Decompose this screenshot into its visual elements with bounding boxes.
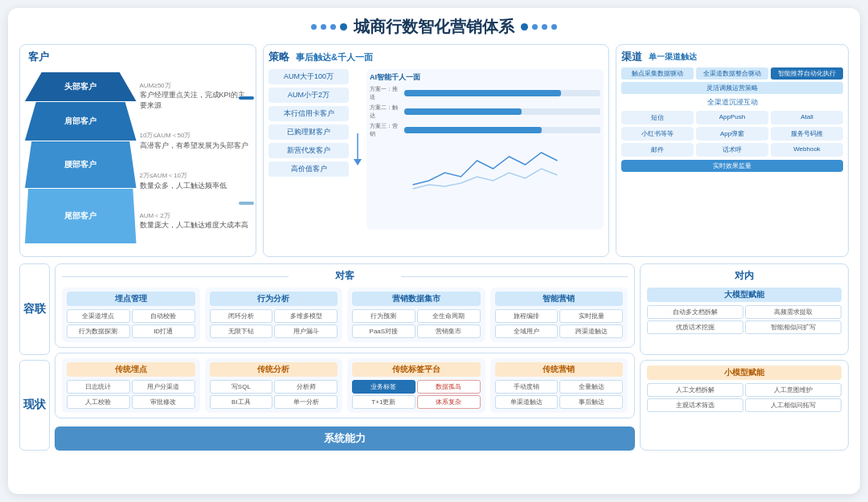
badge-focus: 重点关注 xyxy=(239,96,254,100)
trad-tag-1-0: 写SQL xyxy=(210,380,273,394)
trad-tag-2-3: 体系复杂 xyxy=(417,395,481,409)
trad-tag-3-2: 单渠道触达 xyxy=(495,395,559,409)
trad-tags-0: 日志统计 用户分渠道 人工校验 审批修改 xyxy=(67,380,195,409)
tag-3-3: 跨渠道触达 xyxy=(559,324,623,338)
trad-module-0: 传统埋点 日志统计 用户分渠道 人工校验 审批修改 xyxy=(62,358,200,413)
strategy-sub: 事后触达&千人一面 xyxy=(296,51,373,63)
ch-item-2: Atall xyxy=(771,111,843,124)
label-ronglian: 容联 xyxy=(19,263,50,355)
trad-tag-0-3: 审批修改 xyxy=(132,395,195,409)
left-label-col: 容联 现状 xyxy=(19,263,50,451)
trad-tag-1-1: 分析师 xyxy=(274,380,338,394)
strategy-left: AUM大于100万 AUM小于2万 本行信用卡客户 已购理财客户 新营代发客户 … xyxy=(268,69,349,230)
tag-1-0: 闭环分析 xyxy=(210,309,273,323)
tag-2-2: PaaS对接 xyxy=(352,324,416,338)
arrow-icon xyxy=(354,69,362,230)
dui-nei-title: 对内 xyxy=(647,269,841,283)
flow-row-1: 触点采集数据驱动 全渠道数据整合驱动 智能推荐自动化执行 xyxy=(621,67,843,80)
side-labels: 重点关注 很少关注 xyxy=(239,45,254,256)
tag-0-2: 行为数据探测 xyxy=(67,324,130,338)
dot xyxy=(532,24,538,30)
tag-2-1: 全生命周期 xyxy=(417,309,481,323)
trad-title-3: 传统营销 xyxy=(495,362,624,377)
trad-title-1: 传统分析 xyxy=(210,362,338,377)
tag-0-0: 全渠道埋点 xyxy=(67,309,130,323)
trad-tag-3-3: 事后触达 xyxy=(559,395,623,409)
rl-module-title: 大模型赋能 xyxy=(647,288,841,302)
chart-area xyxy=(370,145,600,193)
trad-tags-3: 手动度销 全量触达 单渠道触达 事后触达 xyxy=(495,380,624,409)
channel-sub: 单一渠道触达 xyxy=(649,51,697,63)
system-bar: 系统能力 xyxy=(55,426,635,451)
bar-fill-0 xyxy=(404,90,561,96)
dot xyxy=(330,24,336,30)
pyramid-desc: AUM≥50万 客户经理重点关注，完成KPI的主要来源 10万≤AUM＜50万 … xyxy=(140,67,252,244)
bar-track-2 xyxy=(404,127,600,133)
pyramid-seg3: 腰部客户 xyxy=(25,141,137,188)
trad-title-0: 传统埋点 xyxy=(67,362,195,377)
label-xianzhuang: 现状 xyxy=(19,360,50,451)
pyramid-seg4: 尾部客户 xyxy=(25,189,137,243)
ch-item-3: 小红书等等 xyxy=(621,127,694,141)
tag-1-3: 用户漏斗 xyxy=(274,324,338,338)
desc-item-3: AUM＜2万 数量庞大，人工触达难度大成本高 xyxy=(140,211,252,231)
dot xyxy=(551,24,557,30)
trad-tag-3-1: 全量触达 xyxy=(559,380,623,394)
trad-module-3: 传统营销 手动度销 全量触达 单渠道触达 事后触达 xyxy=(490,358,628,413)
tag-2-0: 行为预测 xyxy=(352,309,416,323)
trad-right-tags: 人工文档拆解 人工意图维护 主观话术筛选 人工相似问拓写 xyxy=(647,383,841,412)
strategy-label: 灵活调频运营策略 xyxy=(621,82,843,94)
trad-rt-1: 人工意图维护 xyxy=(745,383,841,397)
rl-tag-3: 智能相似问扩写 xyxy=(745,320,841,334)
main-container: 城商行数智化营销体系 客户 头部客户 肩部客户 腰部客户 xyxy=(8,8,860,494)
rl-tag-0: 自动多文档拆解 xyxy=(647,305,743,319)
top-section: 客户 头部客户 肩部客户 腰部客户 尾部客户 xyxy=(19,44,849,257)
trad-tag-0-0: 日志统计 xyxy=(67,380,130,394)
trad-rt-2: 主观话术筛选 xyxy=(647,398,743,412)
trad-tag-2-0: 业务标签 xyxy=(352,380,416,394)
mod-tags-2: 行为预测 全生命周期 PaaS对接 营销集市 xyxy=(352,309,481,338)
strategy-item-4: 新营代发客户 xyxy=(268,143,349,158)
customer-title: 客户 xyxy=(25,50,251,64)
trad-tag-2-1: 数据孤岛 xyxy=(417,380,481,394)
traditional-section: 传统埋点 日志统计 用户分渠道 人工校验 审批修改 传统分析 写SQL 分析师 xyxy=(55,353,635,418)
bar-row-1: 方案二：触达 xyxy=(370,104,600,120)
mod-title-3: 智能营销 xyxy=(495,292,624,306)
dui-nei-rl-section: 对内 大模型赋能 自动多文档拆解 高频需求提取 优质话术挖掘 智能相似问扩写 xyxy=(640,263,849,355)
title-dots-right xyxy=(521,23,557,31)
tag-1-2: 无限下钻 xyxy=(210,324,273,338)
strategy-item-0: AUM大于100万 xyxy=(268,69,349,84)
right-panel: 对内 大模型赋能 自动多文档拆解 高频需求提取 优质话术挖掘 智能相似问扩写 小… xyxy=(640,263,849,451)
strategy-item-1: AUM小于2万 xyxy=(268,88,349,103)
module-zhineng-yingxiao: 智能营销 旅程编排 实时批量 全域用户 跨渠道触达 xyxy=(490,288,628,342)
dui-nei-trad-section: 小模型赋能 人工文档拆解 人工意图维护 主观话术筛选 人工相似问拓写 xyxy=(640,360,849,451)
desc-item-0: AUM≥50万 客户经理重点关注，完成KPI的主要来源 xyxy=(140,81,252,110)
dui-ke-section: 对客 埋点管理 全渠道埋点 自动校验 行为数据探测 ID打通 行为分析 xyxy=(55,263,635,348)
svg-marker-1 xyxy=(354,159,362,165)
mod-tags-0: 全渠道埋点 自动校验 行为数据探测 ID打通 xyxy=(67,309,195,338)
channel-grid: 短信 AppPush Atall 小红书等等 App弹窗 服务号码推 邮件 话术… xyxy=(621,111,843,157)
trad-tag-0-2: 人工校验 xyxy=(67,395,130,409)
ch-item-1: AppPush xyxy=(696,111,768,124)
title-dots-left xyxy=(311,23,347,31)
bar-row-0: 方案一：推送 xyxy=(370,85,600,101)
trad-module-1: 传统分析 写SQL 分析师 BI工具 单一分析 xyxy=(205,358,343,413)
module-yingxiao-data: 营销数据集市 行为预测 全生命周期 PaaS对接 营销集市 xyxy=(347,288,485,342)
desc-item-2: 2万≤AUM＜10万 数量众多，人工触达频率低 xyxy=(140,171,252,190)
trad-module-2: 传统标签平台 业务标签 数据孤岛 T+1更新 体系复杂 xyxy=(347,358,485,413)
traditional-modules: 传统埋点 日志统计 用户分渠道 人工校验 审批修改 传统分析 写SQL 分析师 xyxy=(62,358,628,413)
channel-title: 渠道 xyxy=(621,50,642,64)
dot xyxy=(542,24,547,30)
ch-item-0: 短信 xyxy=(621,111,694,124)
flow-box-0: 触点采集数据驱动 xyxy=(621,67,694,80)
effect-label: 实时效果监量 xyxy=(621,160,843,172)
mod-title-0: 埋点管理 xyxy=(67,292,195,306)
channel-header: 渠道 单一渠道触达 xyxy=(621,50,843,64)
rl-tag-1: 高频需求提取 xyxy=(745,305,841,319)
channel-flow: 触点采集数据驱动 全渠道数据整合驱动 智能推荐自动化执行 灵活调频运营策略 xyxy=(621,67,843,94)
trad-tag-1-3: 单一分析 xyxy=(274,395,338,409)
trad-module-title: 小模型赋能 xyxy=(647,365,841,380)
badge-less: 很少关注 xyxy=(239,202,254,205)
tag-1-1: 多维多模型 xyxy=(274,309,338,323)
bar-row-2: 方案三：营销 xyxy=(370,122,600,138)
